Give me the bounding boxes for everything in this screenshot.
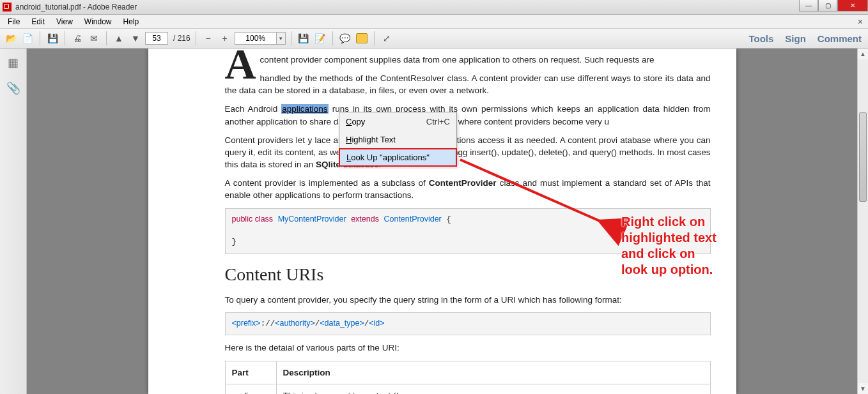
document-area[interactable]: Acontent provider component supplies dat… (27, 49, 857, 394)
dropcap: A (225, 49, 256, 80)
scroll-thumb[interactable] (859, 112, 867, 202)
zoom-out-icon[interactable]: − (201, 31, 215, 45)
menu-file[interactable]: File (3, 16, 25, 27)
uri-table: Part Description prefix This is always s… (225, 361, 711, 394)
para-text: content provider component supplies data… (260, 55, 655, 64)
annotation-text: Right click on highlighted text and clic… (621, 214, 717, 278)
menu-edit[interactable]: Edit (26, 16, 50, 27)
context-menu-highlight-text[interactable]: Highlight Text (339, 130, 456, 148)
para-text: Here is the detaial of various parts of … (225, 342, 711, 354)
minimize-button[interactable]: — (799, 0, 818, 11)
tools-link[interactable]: Tools (748, 33, 773, 44)
vertical-scrollbar[interactable]: ▲ ▼ (857, 49, 868, 394)
table-row: prefix This is always set to content:// (225, 384, 710, 394)
menu-view[interactable]: View (51, 16, 78, 27)
bold-text: ContentProvider (429, 178, 497, 188)
table-header: Description (276, 361, 710, 384)
print-icon[interactable]: 🖨 (70, 31, 84, 45)
window-title: android_tutorial.pdf - Adobe Reader (15, 3, 137, 11)
read-mode-icon[interactable]: ⤢ (380, 31, 394, 45)
maximize-button[interactable]: ▢ (818, 0, 837, 11)
menu-window[interactable]: Window (79, 16, 117, 27)
separator (332, 31, 333, 45)
context-menu-look-up[interactable]: Look Up "applications" (339, 148, 457, 167)
signature-icon[interactable]: 📝 (313, 31, 327, 45)
table-cell: prefix (225, 384, 276, 394)
table-cell: This is always set to content:// (276, 384, 710, 394)
context-menu: Copy Ctrl+C Highlight Text Look Up "appl… (339, 112, 457, 167)
para-text: A content provider is implemented as a s… (225, 178, 429, 188)
close-button[interactable]: ✕ (837, 0, 868, 11)
export-pdf-icon[interactable]: 📄 (20, 31, 35, 45)
saveas-icon[interactable]: 💾 (297, 31, 311, 45)
comment-link[interactable]: Comment (818, 33, 862, 44)
para-text: To query a content provider, you specify… (225, 294, 711, 306)
menu-help[interactable]: Help (118, 16, 144, 27)
app-icon (3, 3, 12, 11)
zoom-input[interactable] (235, 32, 277, 45)
bold-text: SQlite (316, 160, 341, 169)
page-prev-icon[interactable]: ▲ (112, 31, 126, 45)
separator (40, 31, 40, 45)
zoom-in-icon[interactable]: + (218, 31, 232, 45)
para-text: handled by the methods of the ContentRes… (225, 72, 711, 96)
separator (106, 31, 107, 45)
highlight-tool-icon[interactable] (355, 31, 369, 45)
separator (65, 31, 65, 45)
code-block: <prefix>://<authority>/<data_type>/<id> (225, 312, 711, 336)
page-number-input[interactable] (145, 32, 168, 45)
document-close-icon[interactable]: × (858, 17, 863, 27)
para-text: Each Android (225, 104, 282, 114)
context-menu-copy[interactable]: Copy Ctrl+C (339, 112, 456, 130)
table-header: Part (225, 361, 276, 384)
para-text: Content providers let y lace and have ma… (225, 135, 711, 169)
thumbnails-tab-icon[interactable]: ▦ (6, 55, 21, 70)
separator (374, 31, 375, 45)
open-icon[interactable]: 📂 (4, 31, 18, 45)
zoom-dropdown-icon[interactable]: ▼ (277, 32, 286, 45)
separator (196, 31, 196, 45)
shortcut-text: Ctrl+C (426, 117, 450, 126)
separator (291, 31, 291, 45)
attachments-tab-icon[interactable]: 📎 (6, 80, 21, 96)
scroll-up-icon[interactable]: ▲ (858, 49, 868, 59)
highlighted-text[interactable]: applications (281, 104, 328, 114)
email-icon[interactable]: ✉ (87, 31, 101, 45)
sign-link[interactable]: Sign (785, 33, 806, 44)
scroll-down-icon[interactable]: ▼ (858, 383, 868, 394)
sticky-note-icon[interactable]: 💬 (338, 31, 352, 45)
save-icon[interactable]: 💾 (45, 31, 59, 45)
page-total: / 216 (173, 34, 190, 43)
page-next-icon[interactable]: ▼ (128, 31, 143, 45)
